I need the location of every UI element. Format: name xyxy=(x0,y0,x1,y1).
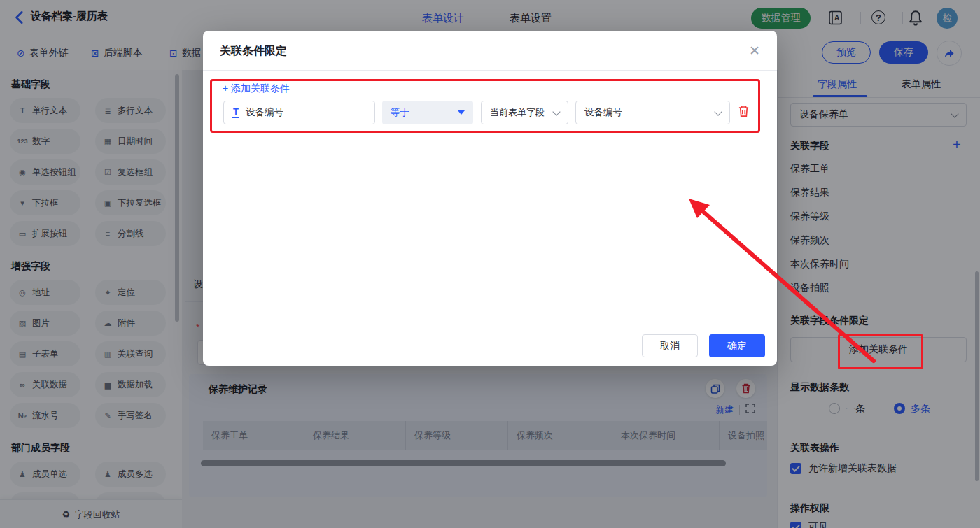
highlight-box-add-condition xyxy=(838,334,923,369)
modal-title: 关联条件限定 xyxy=(220,44,287,59)
form-designer-app: 设备档案-履历表 表单设计 表单设置 数据管理 A ? 检 ⊘ 表单外链 ⊠ 后… xyxy=(0,0,980,528)
modal-header: 关联条件限定 ✕ xyxy=(203,31,777,71)
highlight-box-modal-condition xyxy=(210,79,760,133)
close-icon[interactable]: ✕ xyxy=(749,43,760,59)
confirm-button[interactable]: 确定 xyxy=(709,334,765,357)
cancel-button[interactable]: 取消 xyxy=(642,334,698,357)
